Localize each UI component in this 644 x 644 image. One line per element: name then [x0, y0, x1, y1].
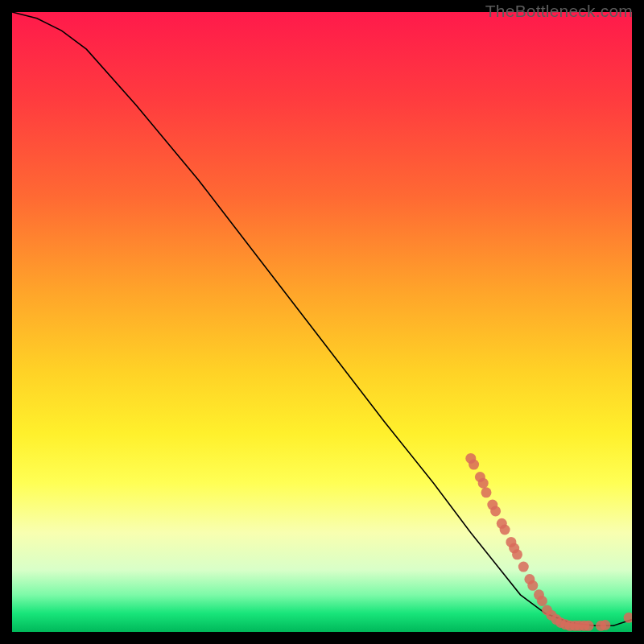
curve-markers [465, 453, 632, 631]
data-point-marker [600, 620, 610, 630]
data-point-marker [500, 525, 510, 535]
data-point-marker [469, 460, 479, 470]
watermark-text: TheBottleneck.com [485, 2, 633, 21]
chart-plot-area [12, 12, 632, 632]
data-point-marker [512, 549, 522, 559]
chart-frame: TheBottleneck.com [0, 0, 644, 644]
curve-line [12, 12, 632, 625]
data-point-marker [481, 487, 492, 497]
data-point-marker [518, 562, 529, 572]
data-point-marker [584, 621, 594, 631]
data-point-marker [490, 506, 501, 516]
data-point-marker [527, 580, 538, 591]
data-point-marker [537, 596, 547, 606]
data-point-marker [478, 478, 489, 489]
chart-svg [12, 12, 632, 632]
